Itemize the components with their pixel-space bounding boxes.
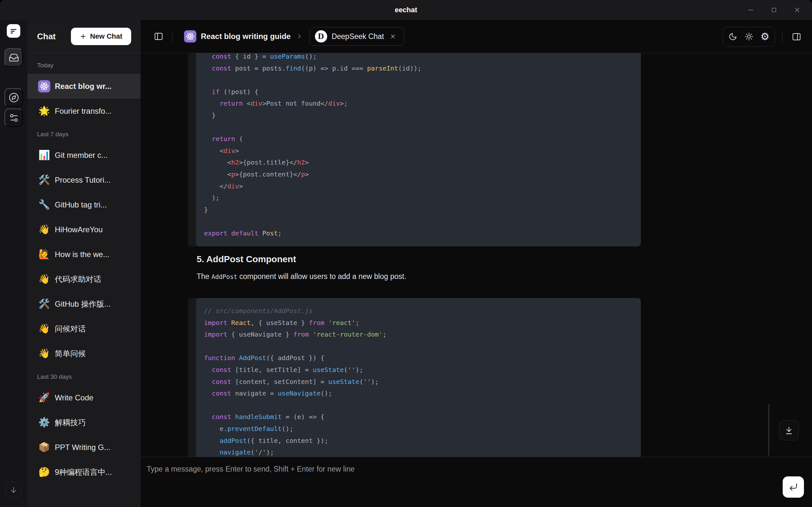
sun-icon bbox=[745, 32, 753, 41]
theme-toggle-group: ⚙ bbox=[723, 27, 775, 47]
sidebar-item[interactable]: 🌟Fourier transfo... bbox=[28, 99, 141, 123]
code-line: <div> bbox=[204, 145, 631, 157]
chat-header: React blog writing guide D DeepSeek Chat… bbox=[141, 20, 812, 53]
sidebar-item[interactable]: 🙋How is the we... bbox=[28, 242, 141, 267]
send-button[interactable] bbox=[783, 476, 804, 498]
code-line: const post = posts.find((p) => p.id === … bbox=[204, 62, 631, 74]
sidebar-item-label: React blog wr... bbox=[55, 82, 111, 91]
code-line: // src/components/AddPost.js bbox=[204, 305, 631, 317]
arrow-down-icon bbox=[9, 486, 18, 495]
maximize-button[interactable] bbox=[762, 0, 785, 20]
code-line bbox=[204, 74, 631, 86]
enter-arrow-icon bbox=[789, 482, 798, 492]
new-chat-button[interactable]: New Chat bbox=[71, 28, 131, 45]
sidebar-item[interactable]: 📊Git member c... bbox=[28, 143, 141, 168]
sidebar-item-label: 简单问候 bbox=[55, 348, 86, 359]
code-line: if (!post) { bbox=[204, 86, 631, 98]
chat-emoji-icon: 🛠️ bbox=[38, 174, 50, 186]
sidebar-item[interactable]: React blog wr... bbox=[28, 74, 141, 99]
arrow-down-to-line-icon bbox=[784, 426, 793, 435]
sidebar-item-label: 代码求助对话 bbox=[55, 274, 101, 284]
code-line: import React, { useState } from 'react'; bbox=[204, 317, 631, 329]
right-panel-toggle-button[interactable] bbox=[790, 30, 804, 44]
message-scroll-area[interactable]: const { id } = useParams(); const post =… bbox=[141, 53, 812, 457]
message-input[interactable] bbox=[147, 465, 769, 500]
code-line: const [content, setContent] = useState('… bbox=[204, 376, 631, 388]
code-line: e.preventDefault(); bbox=[204, 423, 631, 435]
app-logo[interactable] bbox=[7, 24, 20, 38]
code-line: navigate('/'); bbox=[204, 446, 631, 457]
sidebar-item-label: Fourier transfo... bbox=[55, 107, 111, 116]
window-controls bbox=[739, 0, 809, 20]
code-line: ); bbox=[204, 192, 631, 204]
model-tab[interactable]: D DeepSeek Chat bbox=[309, 27, 404, 46]
sidebar-item[interactable]: 👋HiHowAreYou bbox=[28, 217, 141, 242]
sidebar-item-label: PPT Writing G... bbox=[55, 443, 111, 452]
code-line: const { id } = useParams(); bbox=[204, 53, 631, 62]
inline-code: AddPost bbox=[211, 273, 237, 280]
chat-emoji-icon: ⚙️ bbox=[38, 416, 50, 429]
rail-chat-button[interactable] bbox=[4, 48, 23, 67]
chat-emoji-icon: 👋 bbox=[38, 273, 50, 285]
compass-icon bbox=[9, 93, 19, 103]
dark-mode-button[interactable] bbox=[726, 30, 740, 44]
chat-emoji-icon: 👋 bbox=[38, 323, 50, 335]
chat-title: React blog writing guide bbox=[201, 32, 291, 41]
code-line: addPost({ title, content }); bbox=[204, 435, 631, 447]
chevron-right-icon bbox=[296, 33, 303, 40]
sidebar-section-label: Last 30 days bbox=[28, 371, 141, 383]
close-button[interactable] bbox=[785, 0, 809, 20]
code-line: const handleSubmit = (e) => { bbox=[204, 411, 631, 423]
light-mode-button[interactable] bbox=[742, 30, 756, 44]
rail-preferences-button[interactable] bbox=[4, 109, 23, 127]
sidebar-toggle-button[interactable] bbox=[152, 29, 166, 44]
system-theme-button[interactable]: ⚙ bbox=[758, 30, 772, 44]
sidebar-item-label: 9种编程语言中... bbox=[55, 467, 112, 477]
message-paragraph: The AddPost component will allow users t… bbox=[197, 272, 406, 281]
minimize-button[interactable] bbox=[739, 0, 762, 20]
code-line bbox=[204, 340, 631, 352]
code-line bbox=[204, 399, 631, 411]
code-line: } bbox=[204, 204, 631, 216]
sidebar-item-label: How is the we... bbox=[55, 250, 109, 259]
sidebar-item[interactable]: 🤔9种编程语言中... bbox=[28, 460, 141, 485]
moon-icon bbox=[728, 32, 737, 41]
sidebar-item[interactable]: 🛠️GitHub 操作版... bbox=[28, 291, 141, 316]
code-line: const [title, setTitle] = useState(''); bbox=[204, 364, 631, 376]
window-titlebar: eechat bbox=[0, 0, 812, 20]
rail-discover-button[interactable] bbox=[4, 88, 23, 107]
code-line: function AddPost({ addPost }) { bbox=[204, 352, 631, 364]
sidebar-section-label: Last 7 days bbox=[28, 128, 141, 140]
scrollbar-thumb[interactable] bbox=[768, 404, 769, 456]
sidebar-item-label: Git member c... bbox=[55, 151, 108, 160]
sidebar-item[interactable]: 👋简单问候 bbox=[28, 341, 141, 366]
composer bbox=[141, 457, 812, 507]
sidebar-item[interactable]: 👋代码求助对话 bbox=[28, 267, 141, 291]
plus-icon bbox=[80, 33, 87, 40]
sidebar-item[interactable]: 🔧GitHub tag tri... bbox=[28, 192, 141, 217]
sidebar-item-label: GitHub 操作版... bbox=[55, 299, 111, 309]
app-logo-icon bbox=[9, 27, 18, 35]
header-actions: ⚙ bbox=[723, 20, 804, 53]
chat-emoji-icon: 📊 bbox=[38, 149, 50, 161]
code-line: const navigate = useNavigate(); bbox=[204, 388, 631, 399]
sidebar-item[interactable]: 👋问候对话 bbox=[28, 316, 141, 341]
chat-emoji-icon: 🛠️ bbox=[38, 298, 50, 310]
code-line: export default Post; bbox=[204, 227, 631, 239]
model-tab-close-button[interactable] bbox=[390, 33, 396, 40]
scroll-to-bottom-button[interactable] bbox=[779, 420, 799, 440]
sidebar-item[interactable]: 🛠️Process Tutori... bbox=[28, 168, 141, 192]
rail-scroll-down-button[interactable] bbox=[5, 482, 22, 498]
sidebar-item[interactable]: 📦PPT Writing G... bbox=[28, 435, 141, 460]
code-block-addpost-component: // src/components/AddPost.jsimport React… bbox=[188, 298, 641, 457]
close-icon bbox=[390, 33, 396, 40]
code-line: </div> bbox=[204, 180, 631, 192]
sidebar-item[interactable]: ⚙️解耦技巧 bbox=[28, 410, 141, 435]
sidebar-item-label: GitHub tag tri... bbox=[55, 200, 107, 209]
sidebar-item[interactable]: 🚀Write Code bbox=[28, 385, 141, 410]
inbox-icon bbox=[9, 53, 19, 63]
chat-emoji-icon: 🤔 bbox=[38, 466, 50, 478]
sidebar-item-label: 问候对话 bbox=[55, 324, 86, 334]
message-heading: 5. AddPost Component bbox=[197, 254, 296, 265]
maximize-icon bbox=[771, 7, 777, 13]
